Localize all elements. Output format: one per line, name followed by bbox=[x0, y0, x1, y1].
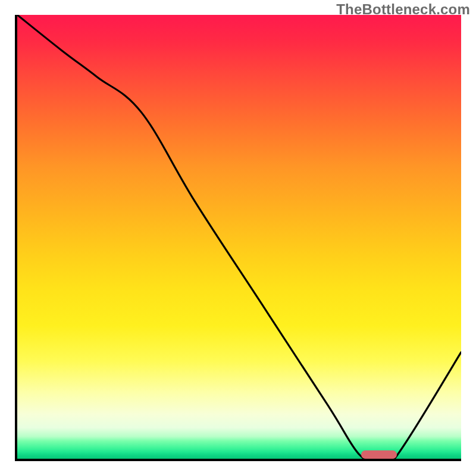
curve-layer bbox=[17, 15, 461, 459]
watermark-text: TheBottleneck.com bbox=[336, 1, 470, 18]
bottleneck-curve-path bbox=[17, 15, 461, 459]
plot-area bbox=[15, 15, 461, 461]
bottleneck-chart: TheBottleneck.com bbox=[0, 0, 476, 476]
optimal-zone-marker bbox=[361, 450, 397, 459]
